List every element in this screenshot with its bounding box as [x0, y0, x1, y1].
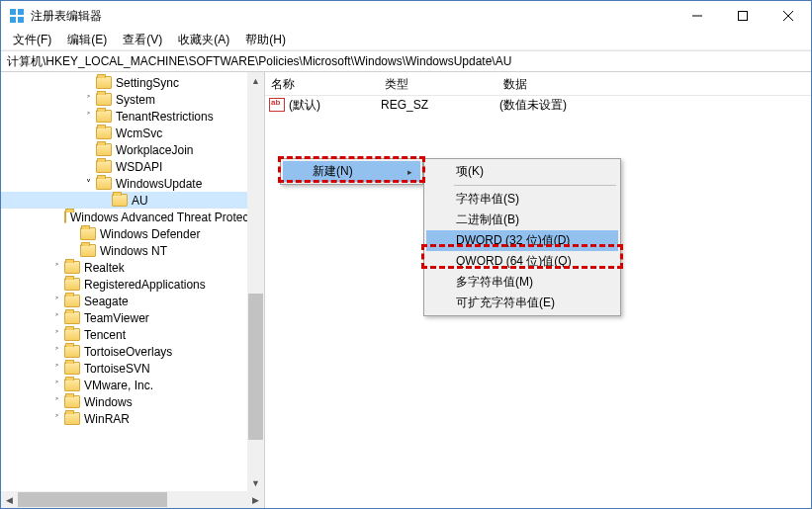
folder-icon [96, 143, 112, 156]
submenu-expand[interactable]: 可扩充字符串值(E) [426, 293, 618, 313]
submenu-expand-label: 可扩充字符串值(E) [456, 295, 555, 311]
menu-file[interactable]: 文件(F) [5, 30, 59, 50]
folder-icon [64, 362, 80, 375]
submenu-binary[interactable]: 二进制值(B) [426, 210, 618, 230]
tree-label: TeamViewer [84, 311, 149, 325]
tree-item-au[interactable]: AU [1, 192, 247, 209]
col-name[interactable]: 名称 [265, 72, 379, 95]
col-type[interactable]: 类型 [379, 72, 497, 95]
tree-item-system[interactable]: System [1, 91, 247, 108]
tree-vscrollbar[interactable]: ▲ ▼ [247, 72, 264, 491]
submenu-binary-label: 二进制值(B) [456, 212, 519, 228]
close-button[interactable] [766, 1, 811, 31]
tree-label: TortoiseSVN [84, 362, 150, 376]
tree-item-winrar[interactable]: WinRAR [1, 410, 247, 427]
expander-icon[interactable] [48, 381, 64, 390]
expander-icon[interactable] [80, 112, 96, 122]
submenu-key[interactable]: 项(K) [426, 161, 618, 182]
maximize-button[interactable] [720, 1, 766, 31]
tree-item-registeredapplications[interactable]: RegisteredApplications [1, 276, 247, 293]
submenu-string[interactable]: 字符串值(S) [426, 189, 618, 210]
svg-rect-1 [18, 9, 24, 15]
submenu-key-label: 项(K) [456, 163, 484, 180]
tree-item-seagate[interactable]: Seagate [1, 293, 247, 309]
tree-view[interactable]: SettingSyncSystemTenantRestrictionsWcmSv… [1, 72, 247, 429]
expander-icon[interactable] [48, 397, 64, 407]
folder-icon [96, 76, 112, 89]
folder-icon [96, 110, 112, 123]
tree-item-tortoisesvn[interactable]: TortoiseSVN [1, 360, 247, 377]
svg-rect-3 [18, 17, 24, 23]
submenu-qword[interactable]: QWORD (64 位)值(Q) [426, 251, 618, 272]
expander-icon[interactable] [48, 414, 64, 424]
minimize-button[interactable] [675, 1, 720, 31]
tree-item-wcmsvc[interactable]: WcmSvc [1, 125, 247, 141]
scroll-down-icon[interactable]: ▼ [247, 474, 264, 491]
tree-item-wsdapi[interactable]: WSDAPI [1, 158, 247, 175]
folder-icon [64, 261, 80, 274]
folder-icon [64, 278, 80, 291]
tree-item-windows-defender[interactable]: Windows Defender [1, 225, 247, 242]
tree-item-windows-advanced-threat-protection[interactable]: Windows Advanced Threat Protection [1, 209, 247, 225]
expander-icon[interactable] [48, 330, 64, 340]
svg-rect-2 [10, 17, 16, 23]
folder-icon [80, 244, 96, 257]
submenu-dword[interactable]: DWORD (32 位)值(D) [426, 230, 618, 251]
folder-icon [80, 227, 96, 240]
tree-item-workplacejoin[interactable]: WorkplaceJoin [1, 141, 247, 158]
submenu-multi-label: 多字符串值(M) [456, 274, 533, 291]
folder-icon [64, 295, 80, 307]
tree-item-vmware-inc-[interactable]: VMware, Inc. [1, 377, 247, 393]
expander-icon[interactable] [48, 313, 64, 323]
tree-item-windowsupdate[interactable]: WindowsUpdate [1, 175, 247, 192]
tree-item-realtek[interactable]: Realtek [1, 259, 247, 276]
tree-item-windows-nt[interactable]: Windows NT [1, 242, 247, 259]
expander-icon[interactable] [80, 95, 96, 105]
address-text: 计算机\HKEY_LOCAL_MACHINE\SOFTWARE\Policies… [7, 53, 511, 70]
list-row[interactable]: (默认)REG_SZ(数值未设置) [265, 96, 811, 114]
tree-label: Tencent [84, 328, 126, 342]
col-data[interactable]: 数据 [497, 72, 811, 95]
menu-help[interactable]: 帮助(H) [237, 30, 294, 50]
folder-icon [96, 93, 112, 106]
tree-item-tencent[interactable]: Tencent [1, 326, 247, 343]
menubar: 文件(F) 编辑(E) 查看(V) 收藏夹(A) 帮助(H) [1, 31, 811, 50]
scroll-up-icon[interactable]: ▲ [247, 72, 264, 89]
context-menu-main[interactable]: 新建(N) [280, 158, 423, 185]
tree-label: WcmSvc [116, 127, 162, 140]
expander-icon[interactable] [48, 347, 64, 357]
folder-icon [64, 328, 80, 341]
context-submenu-new[interactable]: 项(K) 字符串值(S) 二进制值(B) DWORD (32 位)值(D) QW… [423, 158, 621, 316]
expander-icon[interactable] [48, 297, 64, 306]
tree-item-settingsync[interactable]: SettingSync [1, 74, 247, 91]
tree-item-windows[interactable]: Windows [1, 393, 247, 410]
menu-separator [454, 185, 616, 186]
string-value-icon [269, 98, 285, 112]
hscroll-row: ◀ ▶ [1, 491, 811, 508]
address-bar[interactable]: 计算机\HKEY_LOCAL_MACHINE\SOFTWARE\Policies… [1, 50, 811, 72]
list-body[interactable]: (默认)REG_SZ(数值未设置) [265, 96, 811, 114]
tree-item-teamviewer[interactable]: TeamViewer [1, 309, 247, 326]
tree-label: RegisteredApplications [84, 278, 206, 292]
folder-icon [64, 311, 80, 324]
menu-favorites[interactable]: 收藏夹(A) [170, 30, 237, 50]
tree-label: SettingSync [116, 76, 179, 90]
tree-item-tortoiseoverlays[interactable]: TortoiseOverlays [1, 343, 247, 360]
menu-view[interactable]: 查看(V) [115, 30, 170, 50]
menu-new[interactable]: 新建(N) [283, 161, 420, 182]
scroll-right-icon[interactable]: ▶ [247, 491, 264, 508]
expander-icon[interactable] [48, 364, 64, 374]
submenu-multi[interactable]: 多字符串值(M) [426, 272, 618, 293]
tree-label: WSDAPI [116, 160, 162, 174]
tree-label: Windows Advanced Threat Protection [70, 211, 247, 224]
expander-icon[interactable] [48, 263, 64, 273]
menu-edit[interactable]: 编辑(E) [59, 30, 115, 50]
tree-label: System [116, 93, 155, 107]
tree-item-tenantrestrictions[interactable]: TenantRestrictions [1, 108, 247, 125]
folder-icon [112, 194, 128, 207]
window-controls [675, 1, 811, 31]
tree-hscrollbar[interactable]: ◀ ▶ [1, 491, 265, 508]
folder-icon [64, 379, 80, 391]
expander-icon[interactable] [80, 175, 96, 193]
scroll-left-icon[interactable]: ◀ [1, 491, 18, 508]
